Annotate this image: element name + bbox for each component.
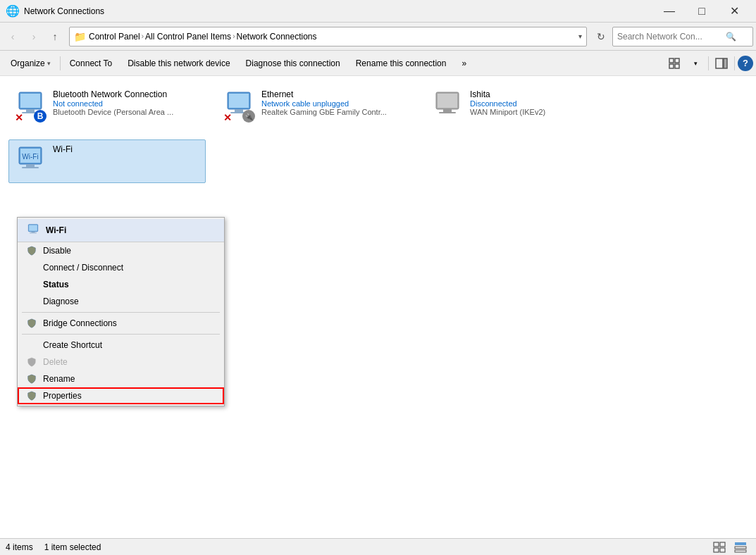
network-item-ethernet[interactable]: 🔌 ✕ Ethernet Network cable unplugged Rea… (217, 85, 414, 128)
disable-device-button[interactable]: Disable this network device (120, 53, 237, 74)
address-path: Control Panel › All Control Panel Items … (89, 32, 317, 42)
ctx-item-bridge[interactable]: Bridge Connections (18, 315, 224, 332)
ctx-rename-label: Rename (43, 374, 75, 384)
list-view-icon (713, 542, 726, 553)
svg-rect-5 (724, 58, 727, 68)
svg-rect-3 (675, 64, 679, 68)
svg-rect-14 (235, 109, 243, 112)
ctx-separator-2 (22, 334, 220, 335)
svg-rect-0 (669, 58, 674, 63)
ctx-item-status[interactable]: Status (18, 276, 224, 293)
bluetooth-icon-wrapper: B ✕ (13, 89, 47, 123)
ethernet-type: Realtek Gaming GbE Family Contr... (261, 108, 409, 116)
search-icon: 🔍 (726, 32, 736, 42)
path-part-3: Network Connections (236, 32, 316, 42)
close-button[interactable]: ✕ (718, 0, 750, 23)
up-button[interactable]: ↑ (45, 27, 65, 46)
ctx-connect-label: Connect / Disconnect (43, 263, 123, 273)
disable-shield-icon (26, 245, 37, 256)
ctx-item-diagnose[interactable]: Diagnose (18, 293, 224, 310)
svg-rect-29 (32, 232, 35, 233)
organize-button[interactable]: Organize ▾ (3, 53, 58, 74)
view-grid-icon (669, 58, 680, 69)
address-dropdown-arrow[interactable]: ▾ (578, 32, 582, 40)
bluetooth-badge: ✕ (13, 112, 25, 123)
diagnose-button[interactable]: Diagnose this connection (238, 53, 348, 74)
ctx-properties-label: Properties (43, 391, 82, 401)
ctx-item-delete: Delete (18, 354, 224, 370)
maximize-button[interactable]: □ (686, 0, 718, 23)
organize-chevron: ▾ (47, 60, 51, 67)
status-view-list-button[interactable] (709, 537, 729, 556)
selected-count: 1 item selected (44, 542, 101, 552)
path-sep-2: › (233, 32, 235, 40)
preview-icon (715, 58, 728, 69)
help-button[interactable]: ? (738, 56, 753, 71)
address-bar-icon: 📁 (74, 31, 86, 42)
title-bar: 🌐 Network Connections — □ ✕ (0, 0, 756, 23)
organize-label: Organize (11, 58, 45, 68)
back-button[interactable]: ‹ (3, 27, 23, 46)
rename-shield-icon (26, 373, 37, 385)
path-sep-1: › (142, 32, 144, 40)
ctx-item-rename[interactable]: Rename (18, 370, 224, 387)
search-input[interactable] (617, 32, 723, 42)
svg-rect-32 (720, 542, 725, 547)
forward-button[interactable]: › (24, 27, 44, 46)
ctx-item-disable[interactable]: Disable (18, 242, 224, 259)
svg-text:B: B (37, 111, 44, 121)
ctx-disable-label: Disable (43, 246, 71, 256)
network-item-wifi[interactable]: Wi-Fi Wi-Fi (8, 139, 206, 183)
status-view-tile-button[interactable] (731, 537, 750, 556)
svg-text:🔌: 🔌 (245, 113, 254, 121)
refresh-button[interactable]: ↻ (591, 27, 611, 46)
preview-pane-button[interactable] (712, 54, 731, 73)
more-label: » (461, 58, 466, 68)
wifi-icon-wrapper: Wi-Fi (13, 144, 47, 178)
nav-bar: ‹ › ↑ 📁 Control Panel › All Control Pane… (0, 23, 756, 51)
ctx-item-create-shortcut[interactable]: Create Shortcut (18, 337, 224, 354)
svg-rect-4 (716, 58, 723, 68)
view-options-button[interactable] (664, 54, 684, 73)
ethernet-badge: ✕ (222, 112, 233, 123)
network-item-ishita[interactable]: Ishita Disconnected WAN Miniport (IKEv2) (426, 85, 623, 128)
ishita-icon-wrapper (430, 89, 464, 123)
bluetooth-status: Not connected (53, 99, 201, 108)
toolbar-sep-3 (734, 56, 735, 70)
ctx-separator-1 (22, 312, 220, 313)
ishita-name: Ishita (470, 89, 618, 99)
ctx-delete-label: Delete (43, 357, 68, 367)
context-menu-title: Wi-Fi (46, 225, 66, 235)
svg-rect-37 (735, 550, 746, 552)
svg-rect-1 (675, 58, 679, 63)
svg-rect-20 (443, 109, 452, 112)
rename-button[interactable]: Rename this connection (348, 53, 454, 74)
svg-rect-34 (720, 548, 725, 552)
view-dropdown-button[interactable]: ▾ (686, 54, 705, 73)
bridge-shield-icon (26, 318, 37, 329)
rename-label: Rename this connection (356, 58, 447, 68)
toolbar-sep-2 (708, 56, 709, 70)
minimize-button[interactable]: — (653, 0, 686, 23)
app-icon: 🌐 (6, 4, 20, 18)
svg-rect-33 (714, 548, 719, 552)
connect-to-button[interactable]: Connect To (62, 53, 120, 74)
bluetooth-type: Bluetooth Device (Personal Area ... (53, 108, 201, 116)
svg-rect-36 (735, 547, 746, 549)
network-item-bluetooth[interactable]: B ✕ Bluetooth Network Connection Not con… (8, 85, 206, 128)
properties-shield-icon (26, 390, 37, 401)
item-count: 4 items (6, 542, 33, 552)
address-bar[interactable]: 📁 Control Panel › All Control Panel Item… (69, 27, 587, 46)
svg-text:Wi-Fi: Wi-Fi (22, 153, 38, 161)
more-button[interactable]: » (454, 53, 474, 74)
ctx-item-connect[interactable]: Connect / Disconnect (18, 259, 224, 276)
ishita-type: WAN Miniport (IKEv2) (470, 108, 618, 116)
ctx-item-properties[interactable]: Properties (18, 387, 224, 404)
status-bar: 4 items 1 item selected (0, 538, 756, 555)
path-part-2: All Control Panel Items (145, 32, 231, 42)
ctx-diagnose-label: Diagnose (43, 297, 79, 306)
svg-rect-13 (229, 94, 249, 108)
main-content: B ✕ Bluetooth Network Connection Not con… (0, 76, 756, 538)
ishita-status: Disconnected (470, 99, 618, 108)
path-part-1: Control Panel (89, 32, 140, 42)
